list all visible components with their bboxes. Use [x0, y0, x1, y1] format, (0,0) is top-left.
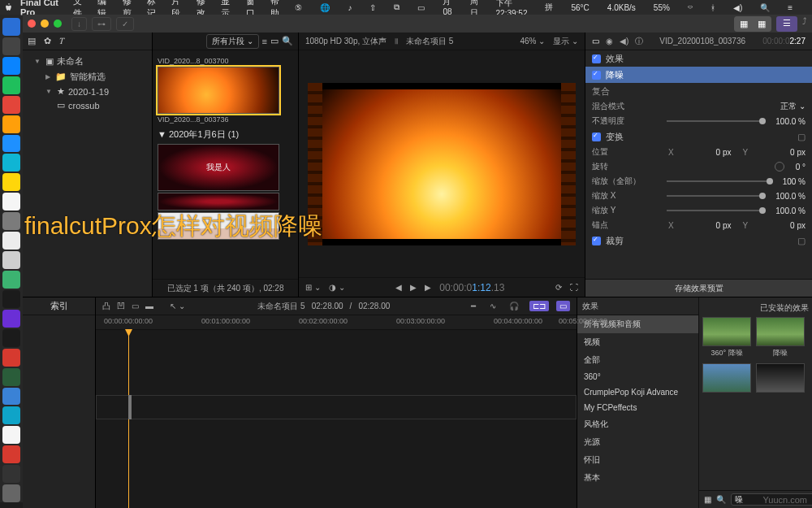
dock-yandex[interactable]	[2, 426, 20, 444]
status-lang-icon[interactable]: 拼	[545, 2, 553, 13]
status-globe-icon[interactable]: 🌐	[320, 3, 330, 12]
library-tab-icon[interactable]: ▤	[28, 36, 36, 46]
scale-slider[interactable]	[667, 180, 773, 182]
clip-thumbnail[interactable]	[158, 144, 279, 191]
dock-app[interactable]	[2, 445, 20, 463]
wifi-icon[interactable]: ⌔	[688, 3, 693, 12]
bluetooth-icon[interactable]: ᚼ	[710, 3, 715, 12]
audio-skim-icon[interactable]: ∿	[486, 301, 499, 311]
status-icon[interactable]: ⑤	[295, 3, 302, 12]
library-row[interactable]: ▼▣ 未命名	[23, 54, 152, 69]
effect-item[interactable]	[756, 363, 805, 394]
volume-icon[interactable]: ◀)	[733, 3, 742, 12]
position-row[interactable]: 位置X0 pxY0 px	[585, 145, 812, 159]
noise-checkbox[interactable]	[592, 71, 601, 80]
select-tool[interactable]: ↖ ⌄	[170, 302, 185, 310]
timeline-tracks[interactable]	[96, 330, 577, 508]
clip-thumbnail[interactable]	[158, 67, 279, 114]
scale-all-row[interactable]: 缩放（全部）100 %	[585, 174, 812, 189]
timeline-view-icon[interactable]: ▭	[556, 301, 570, 311]
effects-category[interactable]: 风格化	[577, 415, 698, 433]
workspace-browser-icon[interactable]: ▦	[735, 17, 753, 31]
dock-app[interactable]	[2, 310, 20, 328]
effects-section[interactable]: 效果	[585, 50, 812, 67]
keyword-button[interactable]: ⊶	[92, 17, 111, 31]
viewer-canvas[interactable]	[299, 50, 585, 277]
effect-item[interactable]: 360° 降噪	[702, 317, 751, 358]
dock-app[interactable]	[2, 154, 20, 172]
browser-search-icon[interactable]: 🔍	[282, 36, 293, 46]
dock-app[interactable]	[2, 115, 20, 133]
timeline-ruler[interactable]: 00:00:00:00:00 00:01:00:00:00 00:02:00:0…	[96, 315, 577, 330]
view-popup[interactable]: 显示 ⌄	[553, 36, 578, 47]
scale-x-row[interactable]: 缩放 X100.0 %	[585, 189, 812, 203]
dock-app[interactable]	[2, 57, 20, 75]
effects-category[interactable]: 视频	[577, 333, 698, 351]
rotation-dial[interactable]	[775, 162, 784, 172]
opacity-row[interactable]: 不透明度100.0 %	[585, 114, 812, 128]
titles-tab-icon[interactable]: 𝑇	[59, 36, 64, 46]
insert-clip-icon[interactable]: 凹	[117, 301, 125, 312]
primary-storyline[interactable]	[96, 395, 577, 419]
event-row[interactable]: ▼★ 2020-1-19	[23, 85, 152, 98]
workspace-timeline-icon[interactable]: ▦	[753, 17, 771, 31]
status-upload-icon[interactable]: ⇧	[369, 3, 376, 12]
dock-app[interactable]	[2, 232, 20, 250]
dock-app[interactable]	[2, 193, 20, 211]
dock-app[interactable]	[2, 406, 20, 424]
blend-mode-row[interactable]: 混合模式正常 ⌄	[585, 99, 812, 114]
effects-checkbox[interactable]	[592, 54, 601, 63]
close-button[interactable]	[28, 20, 36, 28]
fullscreen-icon[interactable]: ⛶	[570, 283, 578, 292]
dock-app[interactable]	[2, 388, 20, 406]
effects-list-view-icon[interactable]: ▦	[704, 495, 711, 504]
loop-icon[interactable]: ⟳	[555, 283, 562, 292]
dock-app[interactable]	[2, 173, 20, 191]
scale-y-row[interactable]: 缩放 Y100.0 %	[585, 203, 812, 218]
status-display-icon[interactable]: ⧉	[394, 2, 400, 12]
smart-collection-row[interactable]: ▶📁 智能精选	[23, 69, 152, 85]
audio-tab-icon[interactable]: ◀)	[620, 37, 628, 46]
effect-item[interactable]: 降噪	[756, 317, 805, 358]
snapping-icon[interactable]: ⊏⊐	[529, 301, 549, 311]
bgtasks-button[interactable]: ✓	[116, 17, 134, 31]
status-music-icon[interactable]: ♪	[348, 3, 352, 12]
dock-app[interactable]	[2, 251, 20, 269]
inspector-toggle[interactable]: ☰	[776, 16, 797, 32]
transform-section[interactable]: 变换▢	[585, 128, 812, 145]
dock-wechat[interactable]	[2, 271, 20, 289]
browser-view-filmstrip-icon[interactable]: ▭	[270, 36, 279, 46]
play-button[interactable]: ▶	[410, 283, 417, 292]
info-tab-icon[interactable]: ⓘ	[635, 36, 643, 47]
effect-item[interactable]	[702, 363, 751, 394]
audio-meter-icon[interactable]: ⦀	[395, 37, 398, 46]
fullscreen-button[interactable]	[54, 20, 62, 28]
status-screen-icon[interactable]: ▭	[417, 3, 425, 12]
index-button[interactable]: 索引	[23, 297, 95, 315]
dock-app[interactable]	[2, 484, 20, 502]
color-tab-icon[interactable]: ◉	[606, 37, 613, 46]
dock-appstore[interactable]	[2, 329, 20, 347]
dock-app[interactable]	[2, 96, 20, 114]
effects-category[interactable]: 怀旧	[577, 451, 698, 469]
skimming-icon[interactable]: ━	[468, 301, 479, 311]
solo-icon[interactable]: 🎧	[506, 301, 522, 311]
dock-app[interactable]	[2, 368, 20, 386]
append-clip-icon[interactable]: ▭	[132, 302, 139, 310]
crop-checkbox[interactable]	[592, 237, 601, 245]
effects-category[interactable]: 360°	[577, 369, 698, 384]
dock-app[interactable]	[2, 76, 20, 94]
project-row[interactable]: ▭ crossub	[23, 98, 152, 112]
video-tab-icon[interactable]: ▭	[592, 37, 599, 46]
dock-app[interactable]	[2, 349, 20, 367]
timeline-clip[interactable]	[128, 395, 132, 419]
dock-safari[interactable]	[2, 135, 20, 153]
dock-app[interactable]	[2, 465, 20, 483]
noise-reduction-row[interactable]: 降噪	[585, 67, 812, 83]
workspace-toggle[interactable]: ▦ ▦	[734, 16, 771, 32]
effects-category[interactable]: CrumplePop Koji Advance	[577, 384, 698, 400]
dock-app[interactable]	[2, 37, 20, 55]
rotation-row[interactable]: 旋转0 °	[585, 159, 812, 174]
next-frame-button[interactable]: ▶	[425, 283, 431, 292]
filter-popup[interactable]: 所有片段 ⌄	[206, 34, 259, 49]
